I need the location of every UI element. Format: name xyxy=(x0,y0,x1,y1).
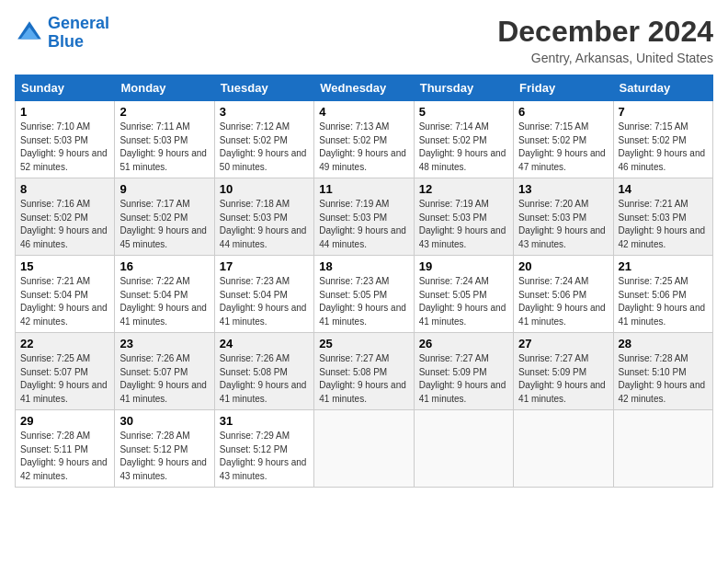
day-number: 29 xyxy=(20,414,109,428)
weekday-header-wednesday: Wednesday xyxy=(314,75,414,101)
logo-icon xyxy=(15,18,44,48)
calendar-cell: 8 Sunrise: 7:16 AMSunset: 5:02 PMDayligh… xyxy=(16,178,115,256)
calendar-cell: 30 Sunrise: 7:28 AMSunset: 5:12 PMDaylig… xyxy=(115,410,214,488)
day-number: 17 xyxy=(220,259,309,273)
day-number: 5 xyxy=(419,105,508,119)
day-info: Sunrise: 7:26 AMSunset: 5:07 PMDaylight:… xyxy=(119,353,207,404)
day-info: Sunrise: 7:15 AMSunset: 5:02 PMDaylight:… xyxy=(619,121,706,172)
day-info: Sunrise: 7:23 AMSunset: 5:04 PMDaylight:… xyxy=(220,276,307,327)
calendar-cell: 20 Sunrise: 7:24 AMSunset: 5:06 PMDaylig… xyxy=(514,256,613,333)
day-number: 30 xyxy=(119,414,209,428)
week-row-2: 8 Sunrise: 7:16 AMSunset: 5:02 PMDayligh… xyxy=(16,178,713,256)
day-info: Sunrise: 7:27 AMSunset: 5:09 PMDaylight:… xyxy=(419,353,506,404)
calendar-cell: 11 Sunrise: 7:19 AMSunset: 5:03 PMDaylig… xyxy=(314,178,414,256)
day-info: Sunrise: 7:27 AMSunset: 5:08 PMDaylight:… xyxy=(319,353,406,404)
day-info: Sunrise: 7:28 AMSunset: 5:10 PMDaylight:… xyxy=(619,353,706,404)
calendar-cell: 23 Sunrise: 7:26 AMSunset: 5:07 PMDaylig… xyxy=(115,333,214,410)
calendar-cell: 22 Sunrise: 7:25 AMSunset: 5:07 PMDaylig… xyxy=(16,333,115,410)
calendar-cell: 6 Sunrise: 7:15 AMSunset: 5:02 PMDayligh… xyxy=(514,101,613,178)
day-number: 22 xyxy=(20,337,109,350)
day-info: Sunrise: 7:21 AMSunset: 5:03 PMDaylight:… xyxy=(619,199,706,249)
day-info: Sunrise: 7:22 AMSunset: 5:04 PMDaylight:… xyxy=(119,276,207,327)
day-number: 26 xyxy=(419,337,508,350)
day-number: 14 xyxy=(619,182,708,196)
day-number: 24 xyxy=(220,337,309,350)
day-info: Sunrise: 7:29 AMSunset: 5:12 PMDaylight:… xyxy=(220,431,307,481)
calendar-cell: 3 Sunrise: 7:12 AMSunset: 5:02 PMDayligh… xyxy=(214,101,313,178)
day-info: Sunrise: 7:14 AMSunset: 5:02 PMDaylight:… xyxy=(419,121,506,172)
day-info: Sunrise: 7:26 AMSunset: 5:08 PMDaylight:… xyxy=(220,353,307,404)
calendar-cell: 9 Sunrise: 7:17 AMSunset: 5:02 PMDayligh… xyxy=(115,178,214,256)
calendar-cell xyxy=(514,410,613,488)
weekday-header-tuesday: Tuesday xyxy=(214,75,313,101)
calendar-cell xyxy=(613,410,712,488)
calendar-cell: 4 Sunrise: 7:13 AMSunset: 5:02 PMDayligh… xyxy=(314,101,414,178)
calendar-cell: 21 Sunrise: 7:25 AMSunset: 5:06 PMDaylig… xyxy=(613,256,712,333)
day-number: 15 xyxy=(20,259,109,273)
weekday-header-thursday: Thursday xyxy=(414,75,513,101)
calendar-cell: 27 Sunrise: 7:27 AMSunset: 5:09 PMDaylig… xyxy=(514,333,613,410)
weekday-header-monday: Monday xyxy=(115,75,214,101)
day-number: 6 xyxy=(518,105,608,119)
calendar-cell: 28 Sunrise: 7:28 AMSunset: 5:10 PMDaylig… xyxy=(613,333,712,410)
day-info: Sunrise: 7:28 AMSunset: 5:11 PMDaylight:… xyxy=(20,431,108,481)
day-info: Sunrise: 7:12 AMSunset: 5:02 PMDaylight:… xyxy=(220,121,307,172)
day-number: 10 xyxy=(220,182,309,196)
day-info: Sunrise: 7:10 AMSunset: 5:03 PMDaylight:… xyxy=(20,121,108,172)
day-info: Sunrise: 7:28 AMSunset: 5:12 PMDaylight:… xyxy=(119,431,207,481)
weekday-header-friday: Friday xyxy=(514,75,613,101)
day-info: Sunrise: 7:25 AMSunset: 5:07 PMDaylight:… xyxy=(20,353,108,404)
day-info: Sunrise: 7:24 AMSunset: 5:06 PMDaylight:… xyxy=(518,276,606,327)
calendar-cell: 31 Sunrise: 7:29 AMSunset: 5:12 PMDaylig… xyxy=(214,410,313,488)
calendar-cell: 15 Sunrise: 7:21 AMSunset: 5:04 PMDaylig… xyxy=(16,256,115,333)
logo-text: General Blue xyxy=(48,15,109,52)
day-info: Sunrise: 7:13 AMSunset: 5:02 PMDaylight:… xyxy=(319,121,406,172)
day-info: Sunrise: 7:27 AMSunset: 5:09 PMDaylight:… xyxy=(518,353,606,404)
logo-line2: Blue xyxy=(48,33,109,52)
day-number: 8 xyxy=(20,182,109,196)
day-number: 16 xyxy=(119,259,209,273)
day-info: Sunrise: 7:21 AMSunset: 5:04 PMDaylight:… xyxy=(20,276,108,327)
day-info: Sunrise: 7:20 AMSunset: 5:03 PMDaylight:… xyxy=(518,199,606,249)
week-row-4: 22 Sunrise: 7:25 AMSunset: 5:07 PMDaylig… xyxy=(16,333,713,410)
day-number: 11 xyxy=(319,182,408,196)
day-number: 1 xyxy=(20,105,109,119)
page-header: General Blue December 2024 Gentry, Arkan… xyxy=(15,15,713,65)
calendar-cell: 14 Sunrise: 7:21 AMSunset: 5:03 PMDaylig… xyxy=(613,178,712,256)
calendar-cell xyxy=(414,410,513,488)
day-number: 18 xyxy=(319,259,408,273)
day-number: 2 xyxy=(119,105,209,119)
calendar-cell: 16 Sunrise: 7:22 AMSunset: 5:04 PMDaylig… xyxy=(115,256,214,333)
day-number: 9 xyxy=(119,182,209,196)
day-info: Sunrise: 7:18 AMSunset: 5:03 PMDaylight:… xyxy=(220,199,307,249)
day-info: Sunrise: 7:19 AMSunset: 5:03 PMDaylight:… xyxy=(419,199,506,249)
title-block: December 2024 Gentry, Arkansas, United S… xyxy=(497,15,713,65)
calendar-cell: 7 Sunrise: 7:15 AMSunset: 5:02 PMDayligh… xyxy=(613,101,712,178)
day-number: 4 xyxy=(319,105,408,119)
calendar-cell: 17 Sunrise: 7:23 AMSunset: 5:04 PMDaylig… xyxy=(214,256,313,333)
day-info: Sunrise: 7:24 AMSunset: 5:05 PMDaylight:… xyxy=(419,276,506,327)
week-row-3: 15 Sunrise: 7:21 AMSunset: 5:04 PMDaylig… xyxy=(16,256,713,333)
month-title: December 2024 xyxy=(497,15,713,49)
logo-line1: General xyxy=(48,14,109,32)
day-number: 19 xyxy=(419,259,508,273)
calendar-cell: 24 Sunrise: 7:26 AMSunset: 5:08 PMDaylig… xyxy=(214,333,313,410)
day-info: Sunrise: 7:16 AMSunset: 5:02 PMDaylight:… xyxy=(20,199,108,249)
calendar-cell: 25 Sunrise: 7:27 AMSunset: 5:08 PMDaylig… xyxy=(314,333,414,410)
day-info: Sunrise: 7:11 AMSunset: 5:03 PMDaylight:… xyxy=(119,121,207,172)
calendar-cell xyxy=(314,410,414,488)
day-info: Sunrise: 7:25 AMSunset: 5:06 PMDaylight:… xyxy=(619,276,706,327)
day-number: 12 xyxy=(419,182,508,196)
weekday-header-saturday: Saturday xyxy=(613,75,712,101)
calendar-cell: 19 Sunrise: 7:24 AMSunset: 5:05 PMDaylig… xyxy=(414,256,513,333)
day-number: 20 xyxy=(518,259,608,273)
day-number: 28 xyxy=(619,337,708,350)
calendar-cell: 1 Sunrise: 7:10 AMSunset: 5:03 PMDayligh… xyxy=(16,101,115,178)
day-number: 27 xyxy=(518,337,608,350)
weekday-header-sunday: Sunday xyxy=(16,75,115,101)
calendar-cell: 13 Sunrise: 7:20 AMSunset: 5:03 PMDaylig… xyxy=(514,178,613,256)
day-number: 23 xyxy=(119,337,209,350)
week-row-5: 29 Sunrise: 7:28 AMSunset: 5:11 PMDaylig… xyxy=(16,410,713,488)
day-number: 25 xyxy=(319,337,408,350)
calendar-cell: 2 Sunrise: 7:11 AMSunset: 5:03 PMDayligh… xyxy=(115,101,214,178)
